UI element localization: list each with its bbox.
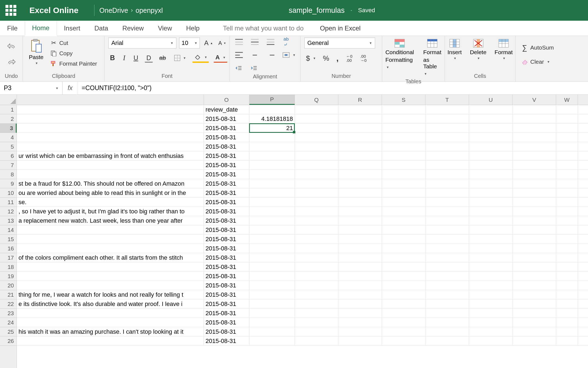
- cell[interactable]: [425, 272, 469, 281]
- row-header[interactable]: 13: [0, 216, 17, 225]
- conditional-formatting-button[interactable]: Conditional Formatting ▼: [383, 38, 416, 71]
- cell[interactable]: [382, 161, 425, 170]
- cell[interactable]: [513, 281, 556, 290]
- cell[interactable]: [338, 327, 382, 336]
- cell[interactable]: [469, 114, 513, 124]
- cell-overflow[interactable]: [17, 105, 204, 114]
- cell[interactable]: [513, 133, 556, 142]
- cell[interactable]: [556, 216, 578, 225]
- cell[interactable]: [469, 161, 513, 170]
- cell[interactable]: [295, 133, 338, 142]
- cell[interactable]: 2015-08-31: [204, 290, 249, 299]
- cell[interactable]: [556, 114, 578, 124]
- cell[interactable]: [425, 244, 469, 253]
- cell[interactable]: [425, 161, 469, 170]
- cell-overflow[interactable]: ur wrist which can be embarrassing in fr…: [17, 151, 204, 161]
- cell[interactable]: [382, 281, 425, 290]
- cell[interactable]: [469, 179, 513, 188]
- cell[interactable]: [249, 133, 295, 142]
- cell[interactable]: [469, 188, 513, 198]
- cell[interactable]: [382, 142, 425, 151]
- cell[interactable]: [513, 327, 556, 336]
- cell[interactable]: [425, 216, 469, 225]
- cell-overflow[interactable]: [17, 225, 204, 235]
- cell[interactable]: [382, 114, 425, 124]
- cell[interactable]: [556, 290, 578, 299]
- cell-overflow[interactable]: [17, 309, 204, 318]
- cell[interactable]: [382, 133, 425, 142]
- cell[interactable]: [469, 244, 513, 253]
- cell[interactable]: [556, 299, 578, 309]
- undo-button[interactable]: [6, 42, 17, 51]
- format-cells-button[interactable]: Format▼: [492, 38, 515, 61]
- row-header[interactable]: 26: [0, 336, 17, 346]
- cell[interactable]: 2015-08-31: [204, 151, 249, 161]
- cell[interactable]: [469, 272, 513, 281]
- wrap-text-button[interactable]: ab⤶: [281, 38, 291, 46]
- cell[interactable]: [295, 142, 338, 151]
- cell[interactable]: 2015-08-31: [204, 142, 249, 151]
- cell[interactable]: [295, 290, 338, 299]
- cell[interactable]: [295, 151, 338, 161]
- cell[interactable]: [295, 244, 338, 253]
- cell[interactable]: [249, 225, 295, 235]
- cell[interactable]: [295, 170, 338, 179]
- row-header[interactable]: 12: [0, 207, 17, 216]
- cell[interactable]: [249, 327, 295, 336]
- cell[interactable]: [425, 290, 469, 299]
- decrease-decimal-button[interactable]: .00→0: [358, 54, 369, 63]
- row-header[interactable]: 19: [0, 272, 17, 281]
- increase-font-button[interactable]: A▴: [203, 38, 214, 48]
- cell[interactable]: [338, 272, 382, 281]
- cell[interactable]: [338, 188, 382, 198]
- cell[interactable]: 2015-08-31: [204, 114, 249, 124]
- cell[interactable]: [295, 318, 338, 327]
- column-header-O[interactable]: O: [204, 95, 249, 105]
- cell[interactable]: [469, 124, 513, 133]
- cell[interactable]: [425, 142, 469, 151]
- tab-file[interactable]: File: [0, 21, 25, 36]
- number-format-select[interactable]: General▼: [304, 38, 375, 48]
- align-bottom-button[interactable]: [265, 38, 276, 46]
- comma-format-button[interactable]: ,: [335, 53, 340, 64]
- cell-overflow[interactable]: e its distinctive look. It's also durabl…: [17, 299, 204, 309]
- clear-button[interactable]: Clear▼: [519, 57, 552, 66]
- redo-button[interactable]: [6, 58, 17, 67]
- row-header[interactable]: 22: [0, 299, 17, 309]
- cell[interactable]: [469, 133, 513, 142]
- cell[interactable]: [513, 235, 556, 244]
- percent-format-button[interactable]: %: [321, 53, 331, 63]
- cell-overflow[interactable]: [17, 114, 204, 124]
- cell[interactable]: [338, 105, 382, 114]
- cell[interactable]: [382, 299, 425, 309]
- cell[interactable]: [425, 133, 469, 142]
- row-header[interactable]: 14: [0, 225, 17, 235]
- cell[interactable]: [513, 170, 556, 179]
- align-center-button[interactable]: [249, 51, 260, 59]
- cell[interactable]: 2015-08-31: [204, 253, 249, 262]
- column-header-Q[interactable]: Q: [295, 95, 338, 105]
- cell[interactable]: [338, 216, 382, 225]
- cell[interactable]: [249, 151, 295, 161]
- cell[interactable]: [249, 198, 295, 207]
- cell[interactable]: [338, 124, 382, 133]
- cell[interactable]: [425, 253, 469, 262]
- cell[interactable]: [556, 124, 578, 133]
- cell[interactable]: [382, 179, 425, 188]
- row-header[interactable]: 4: [0, 133, 17, 142]
- cell[interactable]: [556, 253, 578, 262]
- cell[interactable]: 2015-08-31: [204, 207, 249, 216]
- cell[interactable]: [338, 207, 382, 216]
- cell[interactable]: 2015-08-31: [204, 188, 249, 198]
- cell[interactable]: [469, 327, 513, 336]
- cell[interactable]: [295, 309, 338, 318]
- strikethrough-button[interactable]: ab: [158, 54, 167, 62]
- cell-overflow[interactable]: [17, 235, 204, 244]
- borders-button[interactable]: ▼: [173, 54, 188, 62]
- copy-button[interactable]: Copy: [48, 49, 99, 58]
- format-as-table-button[interactable]: Format as Table ▼: [421, 38, 444, 77]
- cell-overflow[interactable]: thing for me, I wear a watch for looks a…: [17, 290, 204, 299]
- column-header-R[interactable]: R: [338, 95, 382, 105]
- column-header-T[interactable]: T: [425, 95, 469, 105]
- cell[interactable]: [556, 170, 578, 179]
